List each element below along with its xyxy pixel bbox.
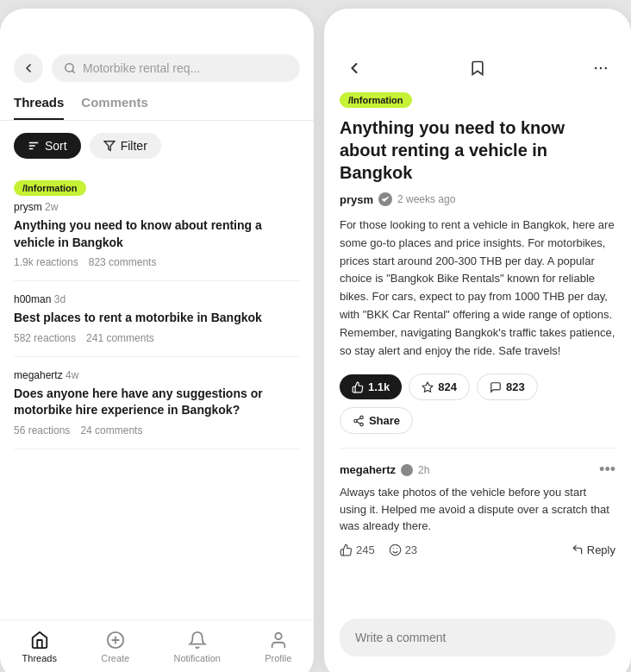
thread-comments: 24 comments [80,424,142,436]
likes-button[interactable]: 1.1k [340,374,402,399]
emoji-icon [389,543,402,556]
comment-dislike-button[interactable]: 23 [389,543,417,556]
thumb-up-small-icon [340,543,353,556]
comment-likes: 245 [356,543,375,556]
svg-line-18 [357,418,360,420]
thread-stats: 56 reactions 24 comments [14,424,300,436]
thread-reactions: 582 reactions [14,332,76,344]
thread-username: megahertz [14,369,63,381]
thread-meta: prysm 2w [14,201,300,213]
svg-marker-5 [104,141,115,151]
thread-time: 4w [66,369,78,381]
thread-comments: 823 comments [89,256,157,268]
bookmark-icon [469,60,486,77]
thread-comments: 241 comments [86,332,154,344]
sort-button[interactable]: Sort [14,133,81,159]
comment-time: 2h [418,464,429,476]
star-icon [422,381,434,393]
reply-button[interactable]: Reply [572,543,615,556]
search-text: Motorbike rental req... [83,61,200,75]
nav-notification[interactable]: Notification [173,631,220,663]
stars-count: 824 [438,380,457,393]
back-button[interactable] [14,53,43,83]
comment-input[interactable] [340,619,615,656]
right-back-button[interactable] [340,53,369,83]
svg-marker-13 [422,382,433,392]
thread-tag: /Information [14,180,86,196]
thumb-up-icon [352,381,364,393]
write-comment-area [324,608,631,672]
thread-item[interactable]: h00man 3d Best places to rent a motorbik… [14,281,300,357]
search-icon [64,62,76,74]
comment-dislikes: 23 [405,543,417,556]
bell-icon [188,631,207,650]
post-tag: /Information [340,92,412,108]
right-panel: /Information Anything you need to know a… [324,9,631,672]
thread-username: prysm [14,201,42,213]
comment-author-row: megahertz 2h ••• [340,461,615,479]
post-author-row: prysm 2 weeks ago [340,192,615,206]
post-body: For those looking to rent a vehicle in B… [340,217,615,360]
sort-filter-row: Sort Filter [0,121,314,167]
thread-username: h00man [14,293,51,305]
thread-title: Anything you need to know about renting … [14,217,300,251]
thread-list: /Information prysm 2w Anything you need … [0,167,314,619]
comment-verified-badge [401,464,413,476]
thread-time: 3d [54,293,66,305]
divider [340,448,615,449]
likes-count: 1.1k [368,380,390,393]
right-content: /Information Anything you need to know a… [324,91,631,608]
filter-button[interactable]: Filter [90,133,161,159]
nav-profile[interactable]: Profile [265,631,291,663]
tabs-row: Threads Comments [0,83,314,121]
filter-icon [103,140,116,152]
nav-create[interactable]: Create [101,631,129,663]
search-bar[interactable]: Motorbike rental req... [52,54,300,82]
back-icon [346,60,363,77]
thread-time: 2w [45,201,58,213]
svg-point-19 [390,544,401,556]
more-button[interactable] [586,53,615,83]
thread-reactions: 1.9k reactions [14,256,78,268]
svg-point-12 [605,67,608,70]
comment-more-button[interactable]: ••• [599,461,615,479]
thread-meta: megahertz 4w [14,369,300,381]
create-icon [106,631,125,650]
comment-like-button[interactable]: 245 [340,543,375,556]
share-label: Share [369,414,400,427]
comments-count: 823 [506,380,525,393]
svg-line-17 [357,422,360,424]
left-panel: Motorbike rental req... Threads Comments… [0,9,314,672]
comments-button[interactable]: 823 [477,374,538,400]
thread-stats: 1.9k reactions 823 comments [14,256,300,268]
post-author: prysm [340,193,373,206]
bottom-nav: Threads Create Notification Profile [0,619,314,672]
stars-button[interactable]: 824 [409,374,470,400]
thread-item[interactable]: megahertz 4w Does anyone here have any s… [14,357,300,449]
thread-meta: h00man 3d [14,293,300,305]
more-icon [592,60,609,77]
bookmark-button[interactable] [463,53,492,83]
tab-comments[interactable]: Comments [81,95,148,120]
comment-author: megahertz [340,463,396,476]
reply-icon [572,543,584,556]
thread-reactions: 56 reactions [14,424,70,436]
post-title: Anything you need to know about renting … [340,116,615,184]
thread-title: Best places to rent a motorbike in Bangk… [14,310,300,327]
comment-reactions: 245 23 Reply [340,543,615,556]
svg-point-11 [600,67,603,70]
svg-line-1 [72,71,75,73]
tab-threads[interactable]: Threads [14,95,64,120]
comment-item: megahertz 2h ••• Always take photos of t… [340,461,615,568]
thread-item[interactable]: /Information prysm 2w Anything you need … [14,167,300,281]
share-button[interactable]: Share [340,407,413,434]
post-actions: 1.1k 824 823 [340,374,615,434]
comment-body: Always take photos of the vehicle before… [340,484,615,535]
person-icon [269,631,288,650]
thread-title: Does anyone here have any suggestions or… [14,386,300,419]
nav-threads[interactable]: Threads [22,631,57,663]
left-header: Motorbike rental req... [0,9,314,83]
svg-point-10 [595,67,597,70]
sort-icon [28,140,40,152]
verified-badge [378,192,392,206]
